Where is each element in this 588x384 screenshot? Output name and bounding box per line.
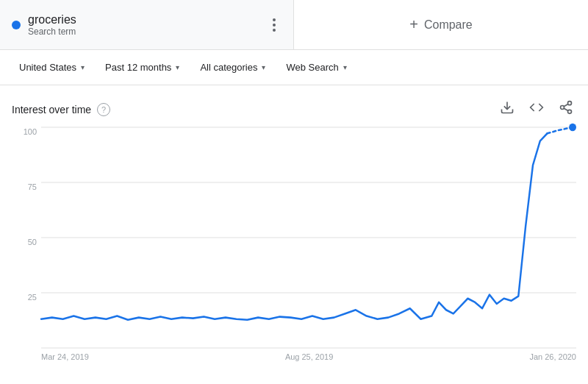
search-term-info: groceries Search term <box>12 13 76 37</box>
help-icon[interactable]: ? <box>97 103 110 116</box>
dot1 <box>273 18 276 21</box>
search-term-type: Search term <box>28 26 76 37</box>
y-label-50: 50 <box>12 238 41 246</box>
svg-point-3 <box>568 110 572 113</box>
category-label: All categories <box>200 62 257 73</box>
compare-section[interactable]: + Compare <box>294 0 588 49</box>
embed-icon <box>529 100 544 115</box>
more-options-button[interactable] <box>267 13 282 38</box>
share-icon <box>559 100 573 115</box>
embed-button[interactable] <box>526 97 547 121</box>
compare-label: Compare <box>424 18 473 32</box>
x-label-jan2020: Jan 26, 2020 <box>529 352 576 361</box>
search-term-name: groceries <box>28 13 76 26</box>
search-type-filter[interactable]: Web Search ▾ <box>279 57 354 77</box>
download-button[interactable] <box>497 97 517 121</box>
trend-line-dotted <box>548 127 573 133</box>
region-label: United States <box>19 62 76 73</box>
svg-point-2 <box>561 106 564 110</box>
x-label-mar2019: Mar 24, 2019 <box>41 352 89 361</box>
x-label-aug2019: Aug 25, 2019 <box>285 352 333 361</box>
category-chevron-icon: ▾ <box>262 63 265 71</box>
dot2 <box>273 24 276 26</box>
filters-bar: United States ▾ Past 12 months ▾ All cat… <box>0 50 588 85</box>
trend-end-dot <box>569 124 576 131</box>
search-term-dot <box>12 21 21 29</box>
chart-actions <box>497 97 576 121</box>
y-label-100: 100 <box>12 127 41 136</box>
compare-plus-icon: + <box>409 16 418 33</box>
trend-chart-svg <box>41 127 576 348</box>
search-term-text: groceries Search term <box>28 13 76 37</box>
time-chevron-icon: ▾ <box>176 63 179 71</box>
y-label-75: 75 <box>12 182 41 191</box>
region-filter[interactable]: United States ▾ <box>12 57 92 77</box>
search-type-chevron-icon: ▾ <box>343 63 347 71</box>
chart-title-area: Interest over time ? <box>12 103 110 116</box>
chart-title: Interest over time <box>12 104 91 115</box>
search-term-section: groceries Search term <box>0 0 294 49</box>
download-icon <box>500 100 514 115</box>
chart-header: Interest over time ? <box>12 97 576 121</box>
category-filter[interactable]: All categories ▾ <box>193 57 273 77</box>
time-filter[interactable]: Past 12 months ▾ <box>98 57 187 77</box>
region-chevron-icon: ▾ <box>81 63 85 71</box>
share-button[interactable] <box>556 97 576 121</box>
svg-point-1 <box>568 102 572 105</box>
dot3 <box>273 29 276 32</box>
svg-line-5 <box>564 104 568 106</box>
chart-svg-area <box>41 127 576 348</box>
help-question-mark: ? <box>101 105 106 114</box>
time-label: Past 12 months <box>105 62 171 73</box>
x-axis: Mar 24, 2019 Aug 25, 2019 Jan 26, 2020 <box>41 348 576 370</box>
search-type-label: Web Search <box>286 62 338 73</box>
chart-section: Interest over time ? <box>0 85 588 384</box>
svg-line-4 <box>564 108 568 110</box>
header: groceries Search term + Compare <box>0 0 588 50</box>
trend-line <box>41 133 548 319</box>
chart-container: 100 75 50 25 <box>12 127 576 370</box>
y-label-25: 25 <box>12 293 41 302</box>
y-axis: 100 75 50 25 <box>12 127 41 348</box>
